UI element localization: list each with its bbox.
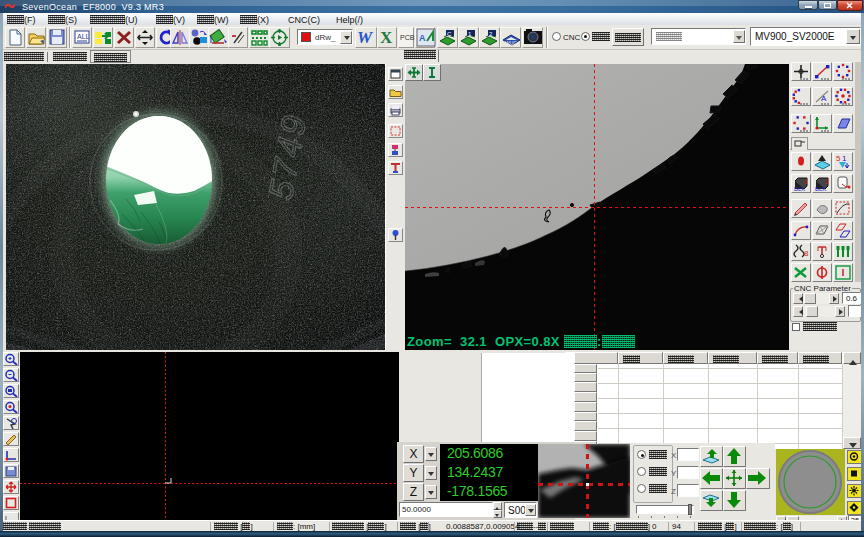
svg-text:ALL: ALL	[77, 33, 90, 40]
svg-text:1: 1	[842, 154, 847, 163]
svg-text:2: 2	[825, 178, 829, 185]
svg-text:W: W	[357, 28, 374, 47]
svg-text:C: C	[447, 31, 452, 37]
svg-text:WUC: WUC	[505, 40, 517, 46]
svg-text:8: 8	[804, 249, 809, 258]
svg-text:BLK: BLK	[815, 186, 826, 192]
svg-text:A: A	[821, 94, 827, 103]
svg-text:PCB: PCB	[400, 34, 415, 41]
svg-text:1: 1	[804, 178, 808, 185]
svg-text:BLK: BLK	[794, 186, 805, 192]
svg-text:X: X	[380, 28, 393, 47]
svg-text:A: A	[419, 33, 426, 43]
svg-text:5: 5	[836, 154, 841, 163]
